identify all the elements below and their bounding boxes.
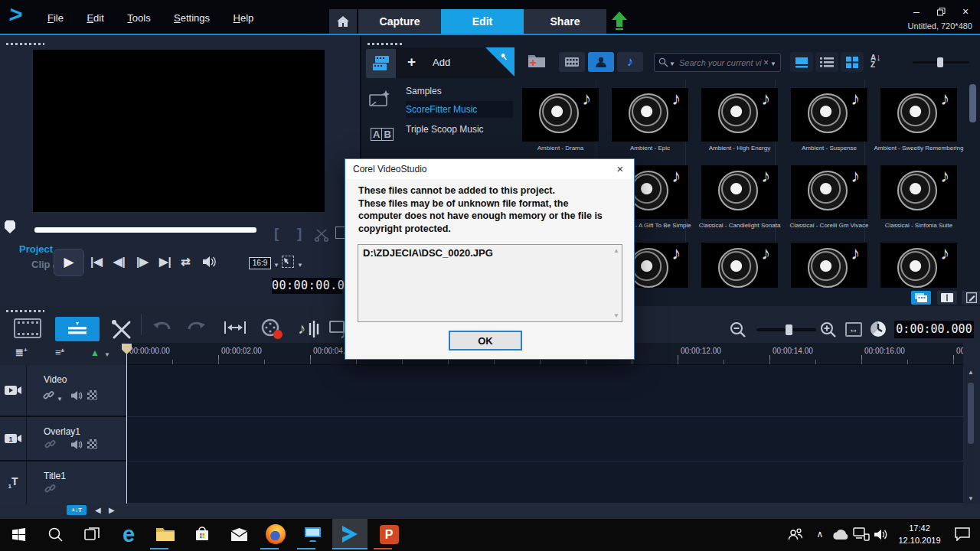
mix-tools-button[interactable] [110,318,133,340]
view-thumbnail-title-button[interactable] [790,52,813,72]
filter-photo-button[interactable] [588,52,614,72]
search-options-caret-icon[interactable]: ▼ [770,60,776,67]
menu-settings[interactable]: Settings [174,12,210,24]
import-media-button[interactable] [527,52,548,70]
add-remove-track-icon[interactable]: ≡± [55,347,64,358]
aspect-ratio-selector[interactable]: 16:9 [249,257,271,269]
tray-expand-icon[interactable]: ∧ [810,519,830,549]
start-button[interactable] [2,519,35,549]
video-track-header[interactable]: Video ▼ [0,365,126,417]
subtitle-nav-button[interactable]: AB [371,129,394,140]
library-search-box[interactable]: ▼ × ▼ [654,53,781,72]
close-button[interactable]: × [957,6,974,18]
next-frame-button[interactable]: |▶ [136,255,149,269]
storyboard-view-button[interactable] [14,318,41,338]
music-item[interactable]: ♪ [791,243,867,288]
scrubber-bar[interactable] [34,227,256,233]
edit-media-button[interactable] [962,291,980,305]
thumbnail-size-slider[interactable] [913,61,969,64]
music-item[interactable]: ♪ [701,165,778,219]
track-mute-icon[interactable] [70,390,83,401]
track-mute-icon[interactable] [70,439,83,450]
clock-tray[interactable]: 17:42 12.10.2019 [891,519,948,549]
restore-button[interactable] [933,6,949,18]
home-button[interactable] [329,9,357,34]
title-track-header[interactable]: 1T Title1 [0,461,126,504]
mail-button[interactable] [222,519,256,549]
scrubber-marker[interactable] [5,220,15,233]
menu-file[interactable]: File [47,12,64,24]
menu-help[interactable]: Help [234,12,254,24]
preview-timecode[interactable]: 00:00:00.000 [272,278,342,294]
firefox-button[interactable] [259,519,292,549]
edge-browser-button[interactable]: e [112,519,145,549]
panel-drag-handle[interactable] [6,43,44,45]
undo-button[interactable] [152,320,172,337]
tab-share[interactable]: Share [524,9,606,34]
music-item[interactable]: ♪ [880,88,957,142]
previous-frame-button[interactable]: ◀| [113,255,126,269]
store-button[interactable] [185,519,219,549]
music-item[interactable]: ♪ [701,88,778,142]
duration-clock-icon[interactable] [870,321,887,337]
title-link-icon[interactable] [44,483,56,494]
timeline-zoom-slider[interactable] [756,328,816,331]
overlay-link-icon[interactable] [44,439,56,450]
timeline-vertical-scrollbar[interactable]: ▲ ▼ [966,367,975,504]
scroll-to-title-button[interactable]: +↓T [67,505,87,515]
onedrive-icon[interactable] [828,519,851,549]
zoom-in-icon[interactable] [819,321,838,339]
fit-timeline-window-icon[interactable]: ↔ [845,322,862,337]
file-list-box[interactable]: D:\ZDJECIA\DSC_0020.JPG ▲ ▼ [358,244,622,322]
pinned-corner[interactable] [485,47,514,77]
track-transparency-icon[interactable] [87,390,97,400]
video-track-lane[interactable] [126,365,963,417]
add-folder-row[interactable]: + Add [396,47,514,78]
overlay-track-lane[interactable] [126,417,963,461]
filter-audio-button[interactable]: ♪ [617,52,643,72]
music-item[interactable]: ♪ [522,88,599,142]
volume-tray-icon[interactable] [870,519,893,549]
fit-project-button[interactable] [224,320,247,335]
list-scroll-down-icon[interactable]: ▼ [613,312,619,319]
chapter-marker-icon[interactable]: ▲ [90,347,100,358]
music-item[interactable]: ♪ [791,88,867,142]
redo-button[interactable] [187,320,207,337]
music-item[interactable]: ♪ [880,165,957,219]
library-folder-triple-scoop-music[interactable]: Triple Scoop Music [406,121,513,138]
menu-edit[interactable]: Edit [87,12,103,24]
scroll-up-icon[interactable]: ▲ [968,369,974,376]
search-scope-caret-icon[interactable]: ▼ [669,60,675,67]
taskbar-search-button[interactable] [38,519,72,549]
volume-icon[interactable] [202,256,217,268]
ok-button[interactable]: OK [449,331,522,350]
library-drag-handle[interactable] [368,43,403,45]
export-upload-icon[interactable] [612,11,627,31]
music-item[interactable]: ♪ [701,243,778,288]
view-grid-button[interactable] [841,52,864,72]
repeat-button[interactable]: ⇄ [181,255,191,269]
selection-tool-icon[interactable] [282,256,294,268]
aspect-ratio-caret-icon[interactable]: ▼ [273,262,279,269]
timeline-lanes[interactable] [126,365,963,504]
library-folder-scorefitter-music[interactable]: ScoreFitter Music [406,101,513,118]
tray-people-icon[interactable] [782,519,808,549]
timeline-timecode[interactable]: 0:00:00.000 [894,321,974,338]
list-scroll-up-icon[interactable]: ▲ [613,247,619,254]
library-folder-samples[interactable]: Samples [406,83,513,99]
marker-caret-icon[interactable]: ▼ [104,351,110,358]
selection-tool-caret-icon[interactable]: ▼ [297,262,303,269]
scroll-down-icon[interactable]: ▼ [968,495,974,502]
music-item[interactable]: ♪ [880,243,957,288]
title-track-lane[interactable] [126,461,963,504]
split-clip-icon[interactable] [314,228,329,242]
minimize-button[interactable]: – [908,6,925,18]
music-item[interactable]: ♪ [612,88,688,142]
mark-in-icon[interactable]: [ [274,225,279,242]
link-caret-icon[interactable]: ▼ [57,396,63,403]
search-input[interactable] [678,57,763,68]
powerpoint-button[interactable]: P [372,519,406,549]
sound-mixer-button[interactable]: ♪ [297,318,322,340]
timeline-drag-handle[interactable] [6,310,44,312]
dialog-title-bar[interactable]: Corel VideoStudio × [345,159,634,179]
